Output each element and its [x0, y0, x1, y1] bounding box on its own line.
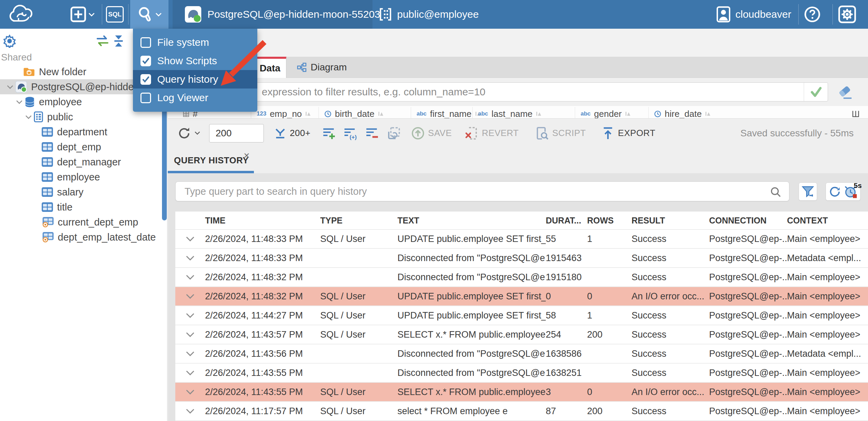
grid-column-header-last-name[interactable]: abclast_name: [472, 107, 542, 118]
grid-column-header-hire-date[interactable]: hire_date: [648, 107, 711, 118]
grid-column-header-first-name[interactable]: abcfirst_name: [411, 107, 481, 118]
user-menu[interactable]: cloudbeaver: [716, 0, 791, 29]
row-limit-input[interactable]: [209, 124, 264, 142]
sort-icon[interactable]: [705, 111, 711, 117]
menu-item-file-system[interactable]: File system: [133, 33, 257, 52]
history-column-connection[interactable]: CONNECTION: [709, 216, 787, 226]
sql-editor-button[interactable]: SQL: [106, 0, 124, 29]
tab-diagram-label: Diagram: [311, 62, 347, 73]
history-search-input[interactable]: [176, 182, 767, 201]
duplicate-icon: [387, 126, 401, 140]
chevron-down-icon[interactable]: [4, 85, 15, 89]
menu-item-query-history[interactable]: Query history: [133, 70, 257, 89]
duplicate-row-button[interactable]: (+): [343, 126, 358, 140]
tab-diagram[interactable]: Diagram: [290, 57, 354, 78]
tools-menu-button[interactable]: [130, 0, 168, 29]
sort-icon[interactable]: [625, 111, 631, 117]
history-column-time[interactable]: TIME: [205, 216, 320, 226]
history-row-7[interactable]: 2/26/2024, 11:43:56 PMDisconnected from …: [175, 344, 868, 364]
history-row-4[interactable]: 2/26/2024, 11:48:32 PMSQL / UserUPDATE p…: [175, 287, 868, 306]
sidebar-scrollbar-thumb[interactable]: [162, 97, 167, 220]
history-filter-button[interactable]: [799, 182, 817, 201]
auto-refresh-timer-button[interactable]: 5s: [844, 185, 858, 199]
expand-row-chevron-icon[interactable]: [175, 351, 205, 356]
expand-row-chevron-icon[interactable]: [175, 370, 205, 376]
fetch-page-button[interactable]: 200+: [274, 127, 311, 139]
tree-item-salary[interactable]: salary: [0, 185, 167, 200]
delete-row-button[interactable]: [365, 126, 379, 140]
sync-connection-icon[interactable]: [95, 35, 110, 47]
expand-row-chevron-icon[interactable]: [175, 236, 205, 242]
expand-row-chevron-icon[interactable]: [175, 408, 205, 414]
refresh-button[interactable]: [177, 126, 200, 140]
new-connection-button[interactable]: [70, 0, 95, 29]
grid-column-header-gender[interactable]: abcgender: [575, 107, 631, 118]
chevron-down-icon[interactable]: [23, 115, 34, 119]
cell-time: 2/26/2024, 11:17:57 PM: [205, 406, 320, 417]
history-row-6[interactable]: 2/26/2024, 11:43:57 PMSQL / UserSELECT x…: [175, 325, 868, 344]
history-row-2[interactable]: 2/26/2024, 11:48:33 PMDisconnected from …: [175, 249, 868, 268]
expand-row-chevron-icon[interactable]: [175, 294, 205, 299]
column-settings-icon[interactable]: [846, 107, 860, 118]
revert-button[interactable]: REVERT: [465, 126, 519, 140]
help-button[interactable]: [804, 0, 821, 29]
tab-query-history[interactable]: QUERY HISTORY ×: [168, 148, 254, 173]
save-button[interactable]: SAVE: [411, 126, 452, 140]
script-button[interactable]: SCRIPT: [535, 126, 586, 140]
tree-item-dept-emp-latest-date[interactable]: dept_emp_latest_date: [0, 230, 167, 245]
cell-context: Main <employee>: [787, 387, 868, 397]
filter-expression-input[interactable]: [176, 83, 804, 101]
expand-row-chevron-icon[interactable]: [175, 274, 205, 280]
cell-connection: PostgreSQL@ep-...: [709, 368, 787, 378]
sort-icon[interactable]: [378, 111, 384, 117]
chevron-down-icon[interactable]: [14, 100, 25, 104]
tab-data[interactable]: Data: [254, 57, 286, 78]
sort-icon[interactable]: [536, 111, 542, 117]
grid-column-header-birth-date[interactable]: birth_date: [318, 107, 384, 118]
data-filter-row: [168, 78, 868, 106]
tree-item-current-dept-emp[interactable]: current_dept_emp: [0, 215, 167, 230]
history-row-9[interactable]: 2/26/2024, 11:43:55 PMSQL / UserSELECT x…: [175, 383, 868, 402]
history-row-8[interactable]: 2/26/2024, 11:43:55 PMDisconnected from …: [175, 364, 868, 383]
tree-item-label: New folder: [39, 66, 86, 78]
expand-row-chevron-icon[interactable]: [175, 313, 205, 318]
history-column-type[interactable]: TYPE: [320, 216, 397, 226]
tree-item-title[interactable]: title: [0, 200, 167, 215]
sort-icon[interactable]: [305, 111, 311, 117]
apply-filter-button[interactable]: [804, 83, 828, 101]
grid-column-header-emp-no[interactable]: 123emp_no: [251, 107, 311, 118]
settings-button[interactable]: [838, 0, 856, 29]
history-refresh-button[interactable]: [828, 185, 841, 198]
export-button[interactable]: EXPORT: [601, 126, 655, 140]
expand-row-chevron-icon[interactable]: [175, 389, 205, 395]
cell-connection: PostgreSQL@ep-...: [709, 272, 787, 283]
history-row-5[interactable]: 2/26/2024, 11:44:27 PMSQL / UserUPDATE p…: [175, 306, 868, 325]
menu-item-show-scripts[interactable]: Show Scripts: [133, 52, 257, 70]
cloudbeaver-logo[interactable]: [5, 0, 41, 29]
menu-item-log-viewer[interactable]: Log Viewer: [133, 89, 257, 107]
navigator-settings-button[interactable]: [3, 34, 16, 48]
collapse-all-button[interactable]: [112, 34, 125, 48]
history-column-rows[interactable]: ROWS: [587, 216, 632, 226]
clear-filter-button[interactable]: [837, 85, 853, 100]
tree-item-department[interactable]: department: [0, 124, 167, 139]
tree-item-dept-emp[interactable]: dept_emp: [0, 139, 167, 154]
tree-item-dept-manager[interactable]: dept_manager: [0, 154, 167, 169]
expand-row-chevron-icon[interactable]: [175, 255, 205, 261]
history-column-text[interactable]: TEXT: [397, 216, 546, 226]
add-row-button[interactable]: [322, 126, 336, 140]
history-column-context[interactable]: CONTEXT: [787, 216, 868, 226]
revert-cell-button[interactable]: [387, 126, 401, 140]
history-row-10[interactable]: 2/26/2024, 11:17:57 PMSQL / Userselect *…: [175, 402, 868, 421]
history-column-durat[interactable]: DURAT...: [546, 216, 587, 226]
schema-selector[interactable]: public@employee: [379, 0, 479, 29]
expand-row-chevron-icon[interactable]: [175, 332, 205, 337]
history-column-result[interactable]: RESULT: [632, 216, 709, 226]
close-icon[interactable]: ×: [244, 150, 250, 161]
history-row-3[interactable]: 2/26/2024, 11:48:32 PMDisconnected from …: [175, 268, 868, 287]
cell-time: 2/26/2024, 11:43:55 PM: [205, 368, 320, 378]
active-connection[interactable]: PostgreSQL@ep-hidden-moon-55203: [173, 0, 372, 29]
history-row-1[interactable]: 2/26/2024, 11:48:33 PMSQL / UserUPDATE p…: [175, 230, 868, 249]
query-history-panel: 5s TIMETYPETEXTDURAT...ROWSRESULTCONNECT…: [168, 173, 868, 421]
tree-item-employee[interactable]: employee: [0, 169, 167, 185]
